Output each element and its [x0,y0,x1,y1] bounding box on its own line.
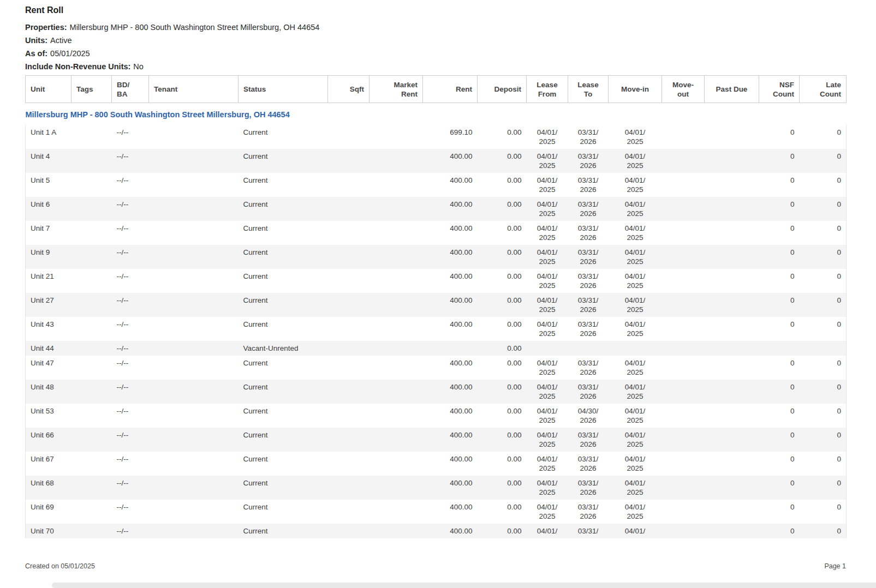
date-line: 04/01/ [532,358,563,368]
table-row: Unit 67--/--Current400.000.0004/01/20250… [26,452,847,476]
cell-market_rent [370,380,423,404]
cell-sqft [328,269,370,293]
date-line: 2025 [532,257,563,266]
meta-label: As of: [25,49,47,58]
cell-rent: 400.00 [423,356,478,380]
cell-late: 0 [800,149,847,173]
cell-market_rent [370,317,423,341]
cell-status: Current [239,356,328,380]
meta-label: Properties: [25,23,67,32]
cell-tags [71,428,112,452]
cell-status: Current [239,269,328,293]
cell-move_in: 04/01/ [609,524,662,538]
date-line: 2025 [532,209,563,218]
cell-late: 0 [800,269,847,293]
column-header-market_rent: MarketRent [370,76,423,103]
cell-sqft [328,125,370,149]
table-row: Unit 68--/--Current400.000.0004/01/20250… [26,476,847,500]
date-line: 2026 [573,440,604,449]
date-line: 2025 [532,161,563,170]
cell-lease_from: 04/01/2025 [527,452,568,476]
cell-past_due [705,500,759,524]
cell-tenant [149,356,239,380]
cell-lease_to: 03/31/2026 [568,173,609,197]
cell-bd_ba: --/-- [112,341,149,356]
property-group-link[interactable]: Millersburg MHP - 800 South Washington S… [26,110,290,119]
date-line: 04/01/ [532,224,563,233]
cell-nsf: 0 [759,149,800,173]
table-row: Unit 27--/--Current400.000.0004/01/20250… [26,293,847,317]
cell-sqft [328,317,370,341]
date-line: 2025 [613,185,657,194]
cell-status: Current [239,452,328,476]
date-line: 04/01/ [613,382,657,392]
cell-market_rent [370,149,423,173]
date-line: 04/01/ [532,272,563,281]
cell-move_out [662,197,705,221]
cell-late: 0 [800,245,847,269]
date-line: 04/01/ [613,296,657,305]
cell-lease_from [527,341,568,356]
column-header-sqft: Sqft [328,76,370,103]
cell-unit: Unit 66 [26,428,71,452]
cell-tenant [149,404,239,428]
cell-move_out [662,245,705,269]
table-row: Unit 48--/--Current400.000.0004/01/20250… [26,380,847,404]
cell-status: Current [239,404,328,428]
cell-market_rent [370,293,423,317]
cell-late: 0 [800,476,847,500]
cell-move_in: 04/01/2025 [609,173,662,197]
cell-bd_ba: --/-- [112,428,149,452]
date-line: 04/01/ [613,526,657,536]
cell-late: 0 [800,317,847,341]
date-line: 2025 [532,416,563,425]
cell-past_due [705,380,759,404]
cell-sqft [328,341,370,356]
cell-late: 0 [800,173,847,197]
date-line: 2025 [613,440,657,449]
meta-value: No [133,62,144,71]
cell-unit: Unit 70 [26,524,71,538]
cell-bd_ba: --/-- [112,269,149,293]
date-line: 2026 [573,329,604,338]
horizontal-scrollbar[interactable] [52,583,876,588]
cell-move_in: 04/01/2025 [609,221,662,245]
table-row: Unit 7--/--Current400.000.0004/01/202503… [26,221,847,245]
cell-lease_to: 03/31/2026 [568,125,609,149]
cell-move_out [662,149,705,173]
cell-move_in: 04/01/2025 [609,245,662,269]
cell-sqft [328,404,370,428]
cell-nsf: 0 [759,173,800,197]
cell-status: Current [239,245,328,269]
cell-tags [71,341,112,356]
cell-lease_to: 03/31/2026 [568,356,609,380]
date-line: 04/01/ [613,478,657,488]
date-line: 04/01/ [613,152,657,161]
column-header-nsf: NSFCount [759,76,800,103]
cell-market_rent [370,356,423,380]
meta-line-properties: Properties:Millersburg MHP - 800 South W… [25,23,846,32]
cell-move_out [662,341,705,356]
table-row: Unit 47--/--Current400.000.0004/01/20250… [26,356,847,380]
cell-deposit: 0.00 [478,341,527,356]
cell-tags [71,524,112,538]
date-line: 2025 [532,368,563,377]
meta-line-as-of: As of:05/01/2025 [25,49,846,58]
cell-move_out [662,476,705,500]
cell-deposit: 0.00 [478,221,527,245]
cell-sqft [328,476,370,500]
cell-past_due [705,245,759,269]
column-header-status: Status [239,76,328,103]
cell-past_due [705,221,759,245]
date-line: 03/31/ [573,382,604,392]
cell-lease_to: 03/31/2026 [568,476,609,500]
cell-deposit: 0.00 [478,269,527,293]
date-line: 2025 [532,329,563,338]
date-line: 03/31/ [573,478,604,488]
meta-label: Include Non-Revenue Units: [25,62,130,71]
cell-bd_ba: --/-- [112,356,149,380]
column-header-label-line: Late [805,80,841,89]
cell-past_due [705,452,759,476]
cell-late: 0 [800,221,847,245]
cell-bd_ba: --/-- [112,476,149,500]
